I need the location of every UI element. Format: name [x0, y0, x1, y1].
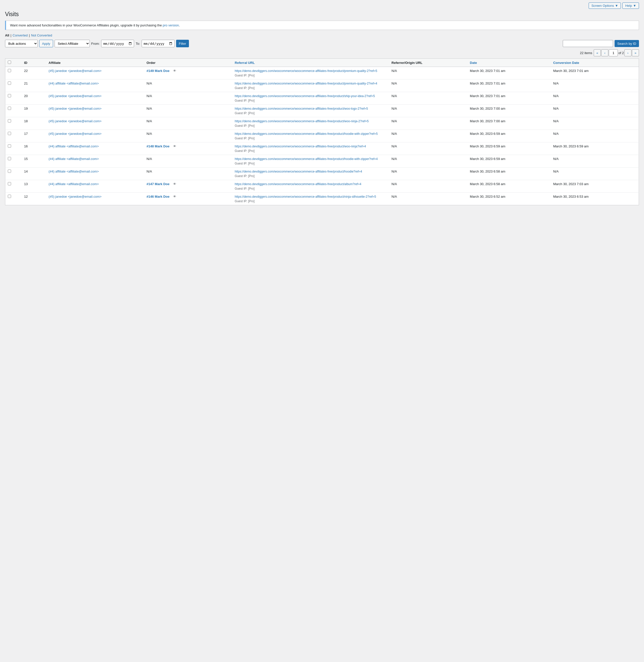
affiliate-link[interactable]: (#5) janedoe <janedoe@email.com>: [49, 107, 101, 111]
tablenav-right: Search by ID: [563, 40, 639, 47]
affiliate-link[interactable]: (#4) affiliate <affiliate@email.com>: [49, 157, 99, 161]
next-page-button[interactable]: ›: [624, 49, 631, 56]
guest-ip: Guest IP: [Pro]: [235, 86, 386, 90]
affiliate-link[interactable]: (#5) janedoe <janedoe@email.com>: [49, 94, 101, 98]
row-checkbox[interactable]: [8, 119, 11, 122]
referral-url-link[interactable]: https://demo.devdiggers.com/woocommerce/…: [235, 170, 362, 173]
select-all-col: [5, 58, 22, 67]
row-order: N/A: [144, 92, 232, 104]
referral-url-link[interactable]: https://demo.devdiggers.com/woocommerce/…: [235, 107, 368, 111]
affiliate-link[interactable]: (#5) janedoe <janedoe@email.com>: [49, 132, 101, 136]
row-affiliate: (#5) janedoe <janedoe@email.com>: [46, 193, 144, 205]
row-checkbox[interactable]: [8, 94, 11, 97]
referral-url-link[interactable]: https://demo.devdiggers.com/woocommerce/…: [235, 132, 377, 136]
current-page-input[interactable]: [609, 49, 618, 56]
filter-all[interactable]: All: [5, 33, 9, 37]
row-checkbox[interactable]: [8, 144, 11, 148]
search-by-id-button[interactable]: Search by ID: [615, 40, 639, 47]
table-row: 22(#5) janedoe <janedoe@email.com>#149 M…: [5, 67, 639, 79]
of-pages-text: of 2: [618, 51, 624, 55]
row-checkbox[interactable]: [8, 182, 11, 185]
order-link[interactable]: #149 Mark Doe: [147, 69, 169, 73]
affiliate-link[interactable]: (#4) affiliate <affiliate@email.com>: [49, 182, 99, 186]
conversion-date-sort[interactable]: Conversion Date: [553, 61, 579, 65]
eye-icon[interactable]: 👁: [173, 69, 176, 73]
bulk-actions-select[interactable]: Bulk actions: [5, 40, 38, 47]
row-checkbox[interactable]: [8, 69, 11, 72]
affiliate-link[interactable]: (#4) affiliate <affiliate@email.com>: [49, 169, 99, 173]
eye-icon[interactable]: 👁: [173, 144, 176, 148]
order-na: N/A: [147, 119, 152, 123]
to-date-input[interactable]: [142, 40, 175, 47]
referral-url-link[interactable]: https://demo.devdiggers.com/woocommerce/…: [235, 195, 376, 198]
referral-url-link[interactable]: https://demo.devdiggers.com/woocommerce/…: [235, 182, 361, 186]
pro-version-link[interactable]: pro version: [163, 23, 179, 27]
row-date: March 30, 2023 6:59 am: [467, 142, 551, 155]
filter-converted[interactable]: Converted: [13, 33, 28, 37]
row-checkbox[interactable]: [8, 157, 11, 160]
help-button[interactable]: Help ▼: [622, 2, 639, 9]
table-row: 17(#5) janedoe <janedoe@email.com>N/Ahtt…: [5, 130, 639, 142]
affiliate-link[interactable]: (#4) affiliate <affiliate@email.com>: [49, 81, 99, 85]
affiliate-link[interactable]: (#4) affiliate <affiliate@email.com>: [49, 144, 99, 148]
filter-button[interactable]: Filter: [176, 40, 189, 47]
referral-url-link[interactable]: https://demo.devdiggers.com/woocommerce/…: [235, 145, 366, 148]
row-checkbox[interactable]: [8, 81, 11, 85]
affiliate-link[interactable]: (#5) janedoe <janedoe@email.com>: [49, 119, 101, 123]
referral-url-link[interactable]: https://demo.devdiggers.com/woocommerce/…: [235, 82, 377, 85]
order-na: N/A: [147, 107, 152, 111]
row-order: N/A: [144, 130, 232, 142]
pagination: « ‹ of 2 › »: [594, 49, 639, 56]
row-date: March 30, 2023 6:58 am: [467, 167, 551, 180]
order-header: Order: [144, 58, 232, 67]
row-referral-url: https://demo.devdiggers.com/woocommerce/…: [232, 167, 389, 180]
order-link[interactable]: #148 Mark Doe: [147, 144, 169, 148]
referral-url-sort[interactable]: Referral URL: [235, 61, 255, 65]
table-row: 15(#4) affiliate <affiliate@email.com>N/…: [5, 155, 639, 167]
last-page-button[interactable]: »: [632, 49, 639, 56]
order-link[interactable]: #147 Mark Doe: [147, 182, 169, 186]
order-link[interactable]: #146 Mark Doe: [147, 195, 169, 198]
row-checkbox[interactable]: [8, 132, 11, 135]
guest-ip: Guest IP: [Pro]: [235, 112, 386, 115]
apply-button[interactable]: Apply: [39, 40, 53, 47]
row-affiliate: (#5) janedoe <janedoe@email.com>: [46, 104, 144, 117]
prev-page-button[interactable]: ‹: [601, 49, 608, 56]
eye-icon[interactable]: 👁: [173, 195, 176, 198]
date-sort[interactable]: Date: [470, 61, 477, 65]
row-order: #147 Mark Doe👁: [144, 180, 232, 193]
referral-url-link[interactable]: https://demo.devdiggers.com/woocommerce/…: [235, 157, 377, 161]
help-label: Help: [625, 4, 632, 7]
row-affiliate: (#5) janedoe <janedoe@email.com>: [46, 117, 144, 130]
row-order: N/A: [144, 104, 232, 117]
referral-url-link[interactable]: https://demo.devdiggers.com/woocommerce/…: [235, 94, 375, 98]
row-referrer: N/A: [389, 193, 467, 205]
eye-icon[interactable]: 👁: [173, 182, 176, 186]
row-referral-url: https://demo.devdiggers.com/woocommerce/…: [232, 142, 389, 155]
affiliate-link[interactable]: (#5) janedoe <janedoe@email.com>: [49, 69, 101, 73]
referral-url-link[interactable]: https://demo.devdiggers.com/woocommerce/…: [235, 69, 377, 73]
row-checkbox[interactable]: [8, 107, 11, 110]
affiliate-select[interactable]: Select Affiliate: [54, 40, 90, 47]
row-affiliate: (#4) affiliate <affiliate@email.com>: [46, 142, 144, 155]
from-date-input[interactable]: [101, 40, 134, 47]
row-checkbox[interactable]: [8, 169, 11, 173]
id-header: ID: [22, 58, 46, 67]
table-row: 21(#4) affiliate <affiliate@email.com>N/…: [5, 79, 639, 92]
pagination-row: 22 items « ‹ of 2 › »: [5, 49, 639, 56]
row-id: 20: [22, 92, 46, 104]
referral-url-header: Referral URL: [232, 58, 389, 67]
select-all-checkbox[interactable]: [8, 61, 11, 64]
screen-options-button[interactable]: Screen Options ▼: [589, 2, 621, 9]
guest-ip: Guest IP: [Pro]: [235, 174, 386, 178]
search-id-input[interactable]: [563, 40, 613, 47]
row-checkbox[interactable]: [8, 195, 11, 198]
table-row: 19(#5) janedoe <janedoe@email.com>N/Ahtt…: [5, 104, 639, 117]
first-page-button[interactable]: «: [594, 49, 601, 56]
table-row: 14(#4) affiliate <affiliate@email.com>N/…: [5, 167, 639, 180]
filter-not-converted[interactable]: Not Converted: [31, 33, 52, 37]
table-header-row: ID Affiliate Order Referral URL Referrer…: [5, 58, 639, 67]
affiliate-header: Affiliate: [46, 58, 144, 67]
affiliate-link[interactable]: (#5) janedoe <janedoe@email.com>: [49, 195, 101, 198]
referral-url-link[interactable]: https://demo.devdiggers.com/woocommerce/…: [235, 119, 369, 123]
